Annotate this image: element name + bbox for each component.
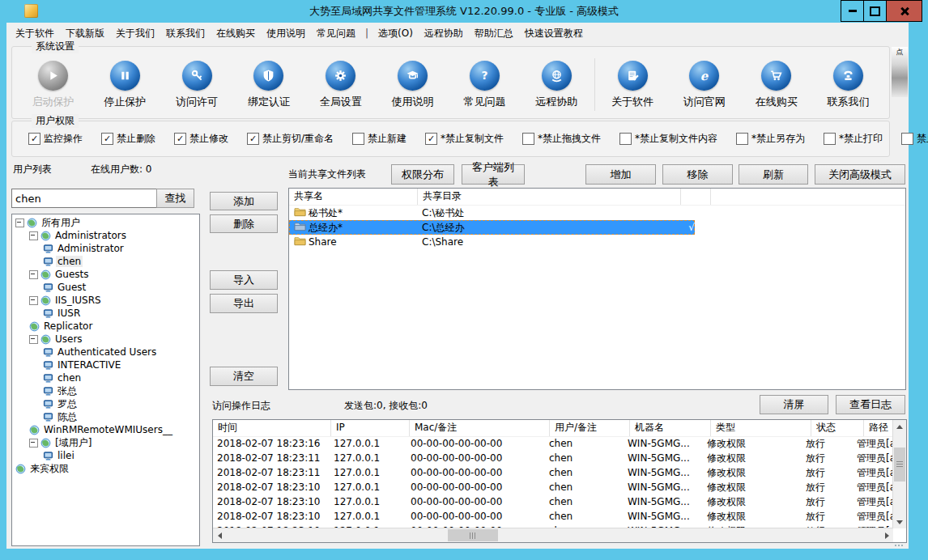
import-button[interactable]: 导入 xyxy=(210,270,278,290)
tree-item[interactable]: 来宾权限 xyxy=(12,462,199,475)
checkbox[interactable] xyxy=(522,133,534,145)
menu-item[interactable]: 远程协助 xyxy=(419,23,469,43)
menu-item[interactable]: 联系我们 xyxy=(160,23,211,43)
log-row[interactable]: 2018-02-07 18:23:10127.0.0.100-00-00-00-… xyxy=(213,494,893,509)
search-input[interactable] xyxy=(11,189,157,208)
toolbar-button[interactable]: e访问官网 xyxy=(668,61,740,109)
horizontal-scroll-thumb[interactable] xyxy=(448,529,498,541)
tree-item[interactable]: 所有用户 xyxy=(12,216,199,229)
delete-user-button[interactable]: 删除 xyxy=(210,214,278,233)
toolbar-button[interactable]: 关于软件 xyxy=(597,61,669,109)
log-vertical-scrollbar[interactable] xyxy=(892,420,906,528)
tree-expander[interactable] xyxy=(29,231,38,240)
close-button[interactable] xyxy=(886,0,922,22)
tree-item[interactable]: Administrator xyxy=(12,242,199,255)
tree-item[interactable]: 罗总 xyxy=(12,397,199,410)
share-row[interactable]: 总经办*C:\总经办√ xyxy=(289,220,695,235)
toolbar-button[interactable]: 联系我们 xyxy=(812,61,884,109)
menu-item[interactable]: 使用说明 xyxy=(261,23,311,43)
client-list-button[interactable]: 客户端列表 xyxy=(462,164,525,185)
checkbox[interactable] xyxy=(352,133,364,145)
tree-expander[interactable] xyxy=(29,270,38,279)
minimize-button[interactable] xyxy=(841,0,864,22)
toolbar-button[interactable]: 启动保护 xyxy=(17,61,89,109)
toolbar-button[interactable]: 使用说明 xyxy=(377,61,449,109)
tree-item[interactable]: Users xyxy=(12,333,199,346)
share-column-header[interactable]: 共享名 xyxy=(289,189,418,205)
scroll-left-button[interactable] xyxy=(213,528,226,542)
checkbox[interactable] xyxy=(824,133,836,145)
toolbar-button[interactable]: 全局设置 xyxy=(304,61,377,109)
vertical-scroll-thumb[interactable] xyxy=(894,448,905,482)
log-row[interactable]: 2018-02-07 18:23:16127.0.0.100-00-00-00-… xyxy=(213,436,893,451)
log-column-header[interactable]: IP xyxy=(331,420,410,436)
menu-item[interactable]: 帮助汇总 xyxy=(469,23,519,43)
tree-item[interactable]: 陈总 xyxy=(12,410,199,423)
toolbar-button[interactable]: ?常见问题 xyxy=(449,61,521,109)
tree-item[interactable]: Administrators xyxy=(12,229,199,242)
menu-item[interactable]: 选项(O) xyxy=(372,23,419,43)
scroll-right-button[interactable] xyxy=(880,528,893,542)
log-row[interactable]: 2018-02-07 18:23:10127.0.0.100-00-00-00-… xyxy=(213,480,893,494)
tree-item[interactable]: chen xyxy=(12,371,199,384)
clear-screen-button[interactable]: 清屏 xyxy=(760,395,828,414)
share-row[interactable]: ShareC:\Share xyxy=(289,235,905,249)
tree-item[interactable]: lilei xyxy=(12,449,199,462)
scroll-up-button[interactable] xyxy=(893,420,906,433)
log-column-header[interactable]: 用户/备注 xyxy=(550,420,630,436)
maximize-button[interactable] xyxy=(863,0,887,22)
tree-item[interactable]: Replicator xyxy=(12,320,199,333)
close-advanced-mode-button[interactable]: 关闭高级模式 xyxy=(815,164,905,185)
permission-distribution-button[interactable]: 权限分布 xyxy=(391,164,454,185)
log-column-header[interactable]: 时间 xyxy=(213,420,331,436)
toolbar-button[interactable]: 停止保护 xyxy=(89,61,161,109)
checkbox[interactable] xyxy=(901,133,913,145)
add-share-button[interactable]: 增加 xyxy=(585,164,656,185)
tree-item[interactable]: [域用户] xyxy=(12,436,199,449)
tree-item[interactable]: 张总 xyxy=(12,384,199,397)
log-row[interactable]: 2018-02-07 18:23:11127.0.0.100-00-00-00-… xyxy=(213,451,893,465)
log-column-header[interactable]: 类型 xyxy=(711,420,811,436)
menu-item[interactable]: 快速设置教程 xyxy=(519,23,589,43)
scroll-down-button[interactable] xyxy=(893,515,906,528)
toolbar-button[interactable]: 在线购买 xyxy=(740,61,812,109)
checkbox[interactable] xyxy=(619,133,632,145)
checkbox[interactable]: ✓ xyxy=(425,133,437,145)
tree-expander[interactable] xyxy=(29,296,38,305)
tree-item[interactable]: Authenticated Users xyxy=(12,346,199,358)
checkbox[interactable] xyxy=(736,133,748,145)
tree-item[interactable]: chen xyxy=(12,255,199,268)
tree-expander[interactable] xyxy=(29,335,38,344)
checkbox[interactable]: ✓ xyxy=(28,133,40,145)
view-log-button[interactable]: 查看日志 xyxy=(836,395,905,414)
add-user-button[interactable]: 添加 xyxy=(210,192,278,210)
menu-item[interactable]: 在线购买 xyxy=(211,23,261,43)
toolbar-button[interactable]: 绑定认证 xyxy=(232,61,304,109)
checkbox[interactable]: ✓ xyxy=(174,133,186,145)
checkbox[interactable]: ✓ xyxy=(247,133,259,145)
checkbox[interactable]: ✓ xyxy=(101,133,113,145)
refresh-button[interactable]: 刷新 xyxy=(739,164,808,185)
log-column-header[interactable]: 机器名 xyxy=(630,420,711,436)
log-horizontal-scrollbar[interactable] xyxy=(213,528,893,542)
clear-button[interactable]: 清空 xyxy=(210,367,278,386)
export-button[interactable]: 导出 xyxy=(210,294,278,313)
tree-item[interactable]: Guest xyxy=(12,281,199,294)
share-column-header[interactable] xyxy=(681,189,711,205)
toolbar-button[interactable]: 远程协助 xyxy=(521,61,593,109)
tree-expander[interactable] xyxy=(29,439,38,448)
tree-item[interactable]: INTERACTIVE xyxy=(12,358,199,371)
menu-item[interactable]: 常见问题 xyxy=(311,23,361,43)
toolbar-button[interactable]: 访问许可 xyxy=(161,61,233,109)
share-row[interactable]: 秘书处*C:\秘书处 xyxy=(289,206,905,220)
log-row[interactable]: 2018-02-07 18:23:11127.0.0.100-00-00-00-… xyxy=(213,465,893,480)
tree-item[interactable]: WinRMRemoteWMIUsers__ xyxy=(12,423,199,436)
remove-share-button[interactable]: 移除 xyxy=(662,164,733,185)
log-column-header[interactable]: Mac/备注 xyxy=(410,420,550,436)
log-column-header[interactable]: 状态 xyxy=(811,420,864,436)
menu-item[interactable]: 关于我们 xyxy=(110,23,160,43)
find-button[interactable]: 查找 xyxy=(156,189,194,208)
tree-item[interactable]: IIS_IUSRS xyxy=(12,294,199,307)
tree-item[interactable]: Guests xyxy=(12,268,199,281)
share-column-header[interactable]: 共享目录 xyxy=(418,189,681,205)
